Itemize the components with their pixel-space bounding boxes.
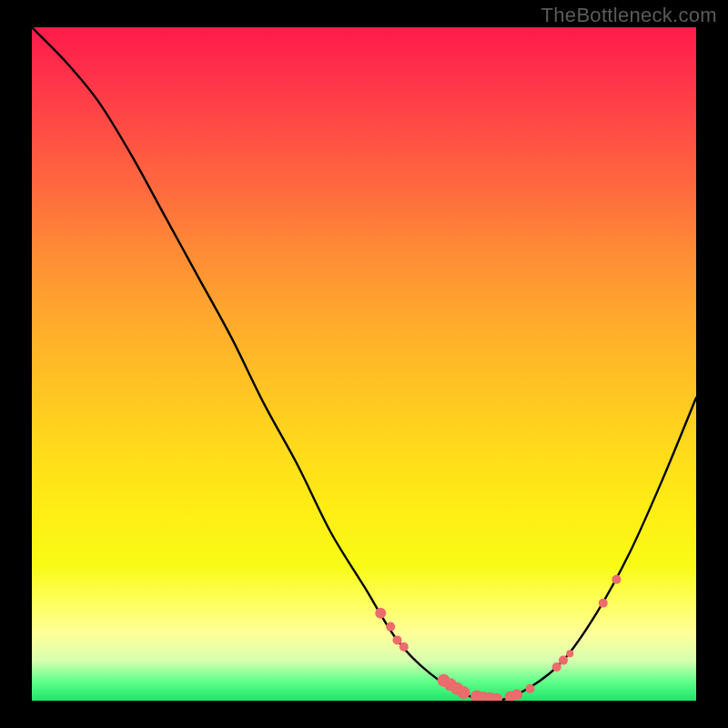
marker-group (375, 575, 621, 701)
data-marker (612, 575, 621, 584)
data-marker (386, 622, 395, 632)
bottleneck-curve (32, 27, 696, 701)
data-marker (399, 642, 409, 652)
curve-svg (32, 27, 696, 701)
plot-area (32, 27, 696, 701)
data-marker (526, 684, 535, 693)
watermark-text: TheBottleneck.com (541, 4, 717, 27)
chart-container: TheBottleneck.com (0, 0, 728, 728)
data-marker (393, 635, 402, 644)
data-marker (552, 662, 561, 672)
data-marker (511, 689, 522, 700)
data-marker (458, 686, 470, 699)
data-marker (375, 608, 386, 619)
data-marker (559, 656, 568, 665)
data-marker (599, 599, 608, 608)
data-marker (566, 650, 573, 657)
